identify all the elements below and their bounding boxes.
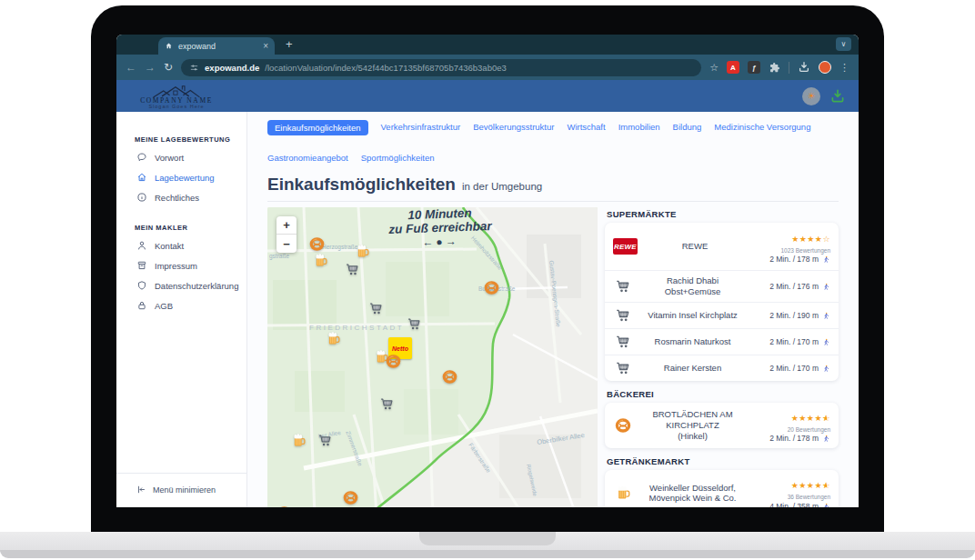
zoom-out-button[interactable]: − (276, 235, 297, 253)
place-name: Weinkeller Düsseldorf,Mövenpick Wein & C… (640, 483, 745, 505)
tab-sportmoeglichkeiten[interactable]: Sportmöglichkeiten (361, 149, 435, 167)
rating-stars: ★★★★☆ (791, 235, 830, 244)
close-tab-icon[interactable]: × (263, 41, 268, 51)
sidebar-item-agb[interactable]: AGB (116, 295, 246, 315)
map-marker-beer[interactable] (326, 331, 341, 346)
speech-bubble-icon (136, 152, 147, 163)
results-panel: SUPERMÄRKTE REWE REWE ★★★★☆ 1023 Bewertu… (605, 207, 839, 507)
list-item-drinks: Weinkeller Düsseldorf,Mövenpick Wein & C… (605, 470, 839, 507)
site-settings-icon[interactable] (189, 63, 199, 73)
section-title-supermaerkte: SUPERMÄRKTE (607, 209, 839, 219)
sidebar-item-rechtliches[interactable]: Rechtliches (116, 187, 246, 207)
supermarkets-card: REWE REWE ★★★★☆ 1023 Bewertungen 2 Min. … (605, 223, 839, 381)
storefront-icon (136, 260, 147, 271)
reload-icon[interactable]: ↻ (164, 61, 173, 74)
sidebar-item-lagebewertung[interactable]: Lagebewertung (116, 167, 246, 187)
tab-immobilien[interactable]: Immobilien (618, 118, 660, 136)
lock-icon (136, 300, 147, 311)
browser-tab[interactable]: expowand × (158, 37, 275, 55)
zoom-in-button[interactable]: + (276, 216, 297, 235)
list-item: Rosmarin Naturkost 2 Min. / 170 m (605, 329, 839, 355)
browser-window: expowand × + ∨ ← → ↻ expowand.de/locatio… (116, 35, 859, 507)
tab-medizinische-versorgung[interactable]: Medizinische Versorgung (714, 118, 810, 136)
map-marker-pretzel[interactable] (484, 280, 499, 295)
tab-gastronomieangebot[interactable]: Gastronomieangebot (267, 149, 348, 167)
minimize-menu-button[interactable]: Menü minimieren (116, 473, 246, 507)
download-report-icon[interactable] (829, 88, 846, 105)
theme-toggle-button[interactable]: ☀ (802, 87, 820, 105)
map-marker-pretzel[interactable] (343, 490, 358, 505)
info-icon (136, 192, 147, 203)
tab-einkaufsmoeglichkeiten[interactable]: Einkaufsmöglichkeiten (267, 120, 368, 135)
tab-bevoelkerungsstruktur[interactable]: Bevölkerungsstruktur (473, 118, 554, 136)
map-marker-cart[interactable] (317, 433, 333, 448)
map-marker-beer[interactable] (313, 253, 328, 268)
url-domain: expowand.de (205, 63, 259, 73)
address-bar[interactable]: expowand.de/locationValuation/index/542f… (181, 59, 701, 76)
walking-person-icon (822, 364, 830, 374)
site-favicon-house-icon (165, 42, 173, 50)
map-marker-pretzel[interactable] (442, 369, 457, 385)
collapse-icon (136, 485, 146, 495)
pretzel-icon (276, 505, 292, 507)
tab-title: expowand (178, 42, 257, 51)
category-tabs: Einkaufsmöglichkeiten Verkehrsinfrastruk… (267, 118, 849, 167)
tab-search-chevron-icon[interactable]: ∨ (836, 37, 851, 51)
app-header: COMPANY NAME Slogan Goes Here ☀ (116, 80, 859, 112)
extensions-puzzle-icon[interactable] (769, 62, 780, 74)
map-marker-cart[interactable] (368, 301, 384, 316)
list-item: Rachid Dhabi Obst+Gemüse 2 Min. / 176 m (605, 271, 839, 303)
forward-icon[interactable]: → (145, 61, 156, 74)
walking-person-icon (822, 434, 830, 444)
sidebar-item-impressum[interactable]: Impressum (116, 255, 246, 275)
home-icon (136, 172, 147, 183)
list-item-rewe: REWE REWE ★★★★☆ 1023 Bewertungen 2 Min. … (605, 223, 839, 271)
new-tab-button[interactable]: + (286, 37, 293, 51)
tab-wirtschaft[interactable]: Wirtschaft (567, 118, 605, 136)
half-star-icon: ☆★ (822, 414, 830, 425)
distance-text: 2 Min. / 178 m (769, 255, 819, 265)
url-path: /locationValuation/index/542f44bc17135bf… (265, 63, 507, 73)
sidebar-item-datenschutz[interactable]: Datenschutzerklärung (116, 275, 246, 295)
review-count: 1023 Bewertungen (752, 247, 830, 255)
pretzel-icon (343, 490, 358, 505)
map-marker-beer[interactable] (291, 433, 307, 448)
adobe-extension-icon[interactable]: A (727, 61, 739, 74)
walkability-map[interactable]: + − 10 Minuten zu Fuß erreichbar ←●→ FRI… (267, 207, 598, 507)
list-item: Rainer Kersten 2 Min. / 170 m (605, 355, 839, 381)
walking-person-icon (822, 311, 830, 321)
beer-icon (326, 331, 341, 346)
place-name: Rosmarin Naturkost (640, 336, 745, 347)
extension-f-icon[interactable]: ƒ (748, 61, 760, 74)
tab-verkehrsinfrastruktur[interactable]: Verkehrsinfrastruktur (381, 118, 461, 136)
back-icon[interactable]: ← (126, 61, 136, 74)
browser-menu-icon[interactable]: ⋮ (839, 62, 849, 74)
map-marker-cart[interactable] (379, 396, 395, 412)
distance-text: 2 Min. / 170 m (769, 337, 819, 347)
place-name: Rainer Kersten (640, 363, 745, 374)
pretzel-icon (484, 280, 499, 295)
cart-icon (368, 301, 384, 316)
cart-icon (407, 316, 422, 332)
walking-person-icon (822, 337, 830, 347)
map-marker-pretzel[interactable] (386, 354, 401, 369)
map-marker-pretzel[interactable] (309, 236, 325, 252)
beer-icon (313, 253, 328, 268)
sidebar-item-kontakt[interactable]: Kontakt (116, 235, 246, 255)
downloads-icon[interactable] (798, 61, 810, 74)
district-label: FRIEDRICHSTADT (309, 324, 404, 332)
map-marker-cart[interactable] (407, 316, 422, 332)
map-marker-cart[interactable] (345, 262, 360, 277)
bookmark-star-icon[interactable]: ☆ (709, 62, 719, 74)
browser-profile-avatar[interactable] (819, 61, 831, 74)
map-marker-pretzel[interactable] (276, 505, 292, 507)
distance-text: 2 Min. / 178 m (769, 434, 819, 444)
list-item: Vitamin Insel Kirchplatz 2 Min. / 190 m (605, 303, 839, 329)
place-name: Vitamin Insel Kirchplatz (640, 310, 745, 321)
title-divider (267, 201, 839, 202)
tab-bildung[interactable]: Bildung (673, 118, 702, 136)
bakery-card: BROTLÄDCHEN AM KIRCHPLATZ(Hinkel) ★★★★☆★… (605, 403, 839, 448)
sidebar-item-vorwort[interactable]: Vorwort (116, 147, 246, 167)
company-logo: COMPANY NAME Slogan Goes Here (129, 83, 224, 109)
distance-text: 2 Min. / 170 m (769, 364, 819, 374)
